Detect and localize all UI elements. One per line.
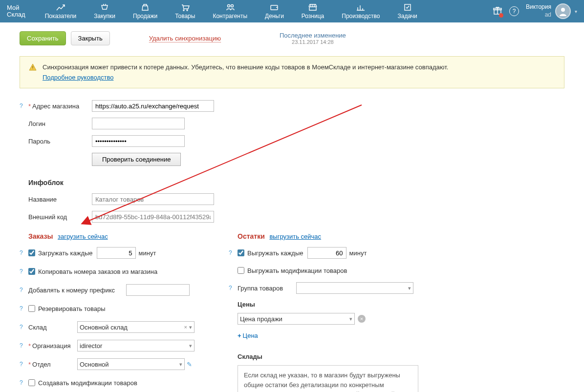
stock-label: Склад [28, 324, 77, 331]
help-icon[interactable]: ? [20, 287, 28, 293]
row-login: Логин [20, 118, 564, 129]
remains-title: Остатки [238, 232, 265, 240]
ib-code-input[interactable] [92, 211, 214, 223]
cart-icon [180, 3, 190, 12]
nav-purchases[interactable]: Закупки [85, 1, 124, 21]
password-input[interactable] [92, 135, 185, 147]
row-price: Цена продажи▾ × [238, 313, 564, 325]
dept-select[interactable]: Основной▾ [77, 358, 185, 370]
help-icon[interactable]: ? [20, 342, 28, 349]
clear-icon[interactable]: × [184, 324, 187, 330]
price-select[interactable]: Цена продажи▾ [238, 313, 355, 325]
content: ? *Адрес магазина Логин Пароль Проверить… [0, 100, 584, 392]
nav-production[interactable]: Производство [333, 1, 389, 21]
chevron-down-icon: ▾ [179, 361, 182, 368]
row-prefix: ? Добавлять к номеру префикс [20, 284, 210, 296]
last-mod-title: Последнее изменение [280, 32, 346, 39]
user-text: Виктория ad [526, 3, 551, 19]
unload-every-checkbox[interactable] [238, 249, 244, 256]
stock-select[interactable]: Основной склад×▾ [77, 321, 195, 333]
login-input[interactable] [92, 118, 185, 129]
create-mods-checkbox[interactable] [28, 379, 35, 386]
orders-title: Заказы [28, 232, 53, 240]
unload-interval-input[interactable] [307, 247, 346, 259]
nav-tasks[interactable]: Задачи [389, 1, 426, 21]
org-select[interactable]: idirector▾ [77, 340, 195, 351]
help-icon[interactable]: ? [20, 249, 28, 256]
help-icon[interactable]: ? [229, 249, 238, 256]
dept-label-text: Отдел [32, 361, 51, 368]
nav-counterparties[interactable]: Контрагенты [204, 1, 256, 21]
people-icon [225, 3, 235, 12]
help-icon[interactable]: ? [20, 361, 28, 368]
copy-nums-label: Копировать номера заказов из магазина [38, 268, 157, 275]
row-stock: ? Склад Основной склад×▾ [20, 321, 210, 333]
nav-label: Продажи [133, 13, 157, 20]
nav-retail[interactable]: Розница [293, 1, 333, 21]
nav-sales[interactable]: Продажи [124, 1, 166, 21]
stocks-info-box: Если склад не указан, то в магазин будут… [238, 365, 418, 392]
minutes-label: минут [349, 249, 367, 257]
logo-l2: Склад [7, 11, 25, 18]
prefix-input[interactable] [126, 284, 190, 296]
password-label: Пароль [28, 138, 92, 145]
load-every-label: Загружать каждые [38, 249, 93, 257]
help-icon[interactable]: ? [20, 103, 28, 109]
infoblock-title: Инфоблок [28, 179, 564, 186]
nav-money[interactable]: Деньги [256, 1, 293, 21]
ib-name-input[interactable] [92, 193, 214, 205]
row-unload-every: ? Выгружать каждые минут [229, 247, 564, 259]
last-modified: Последнее изменение 23.11.2017 14:28 [280, 32, 346, 45]
addr-label: *Адрес магазина [28, 103, 92, 110]
remains-unload-link[interactable]: выгрузить сейчас [269, 233, 321, 240]
user-menu[interactable]: Виктория ad ▾ [526, 3, 577, 19]
org-value: idirector [80, 342, 102, 350]
reserve-checkbox[interactable] [28, 305, 35, 312]
username: Виктория [526, 3, 551, 11]
warning-guide-link[interactable]: Подробное руководство [43, 74, 113, 81]
nav-label: Задачи [398, 13, 417, 20]
addr-input[interactable] [92, 100, 214, 112]
save-button[interactable]: Сохранить [20, 31, 66, 45]
close-button[interactable]: Закрыть [71, 31, 110, 45]
gift-button[interactable] [493, 6, 502, 17]
nav-label: Закупки [94, 13, 115, 20]
unload-mods-checkbox[interactable] [238, 267, 244, 274]
warning-text: Синхронизация может привести к потере да… [43, 63, 448, 71]
help-icon[interactable]: ? [20, 379, 28, 386]
help-icon[interactable]: ? [20, 305, 28, 312]
header-right: ? Виктория ad ▾ [493, 3, 577, 19]
help-button[interactable]: ? [509, 6, 519, 16]
svg-point-0 [227, 5, 230, 7]
remove-price-button[interactable]: × [358, 315, 366, 323]
row-ib-code: Внешний код [20, 211, 564, 223]
cart-in-icon [100, 3, 109, 12]
ib-name-label: Название [28, 196, 92, 203]
check-doc-icon [403, 3, 412, 12]
chevron-down-icon: ▾ [408, 285, 411, 291]
load-every-checkbox[interactable] [28, 249, 35, 256]
prices-title: Цены [238, 301, 564, 308]
add-price-link[interactable]: +Цена [238, 332, 258, 339]
row-unload-mods: Выгружать модификации товаров [238, 265, 564, 276]
edit-icon[interactable]: ✎ [187, 361, 192, 368]
help-icon[interactable]: ? [20, 324, 28, 330]
logo-l1: Мой [7, 4, 25, 11]
nav-goods[interactable]: Товары [166, 1, 204, 21]
minutes-label: минут [139, 249, 156, 257]
nav-indicators[interactable]: Показатели [36, 1, 86, 21]
create-mods-label: Создавать модификации товаров [38, 379, 137, 387]
load-interval-input[interactable] [97, 247, 136, 259]
bag-icon [140, 3, 150, 12]
copy-nums-checkbox[interactable] [28, 268, 35, 275]
check-connection-button[interactable]: Проверить соединение [92, 153, 181, 166]
delete-sync-link[interactable]: Удалить синхронизацию [149, 35, 221, 42]
help-icon[interactable]: ? [229, 285, 238, 291]
help-icon[interactable]: ? [20, 268, 28, 275]
group-select[interactable]: ▾ [296, 282, 413, 294]
row-group: ? Группа товаров ▾ [229, 282, 564, 294]
user-account: ad [526, 11, 551, 19]
orders-load-link[interactable]: загрузить сейчас [58, 233, 108, 240]
stock-value: Основной склад [80, 324, 128, 331]
row-addr: ? *Адрес магазина [20, 100, 564, 112]
